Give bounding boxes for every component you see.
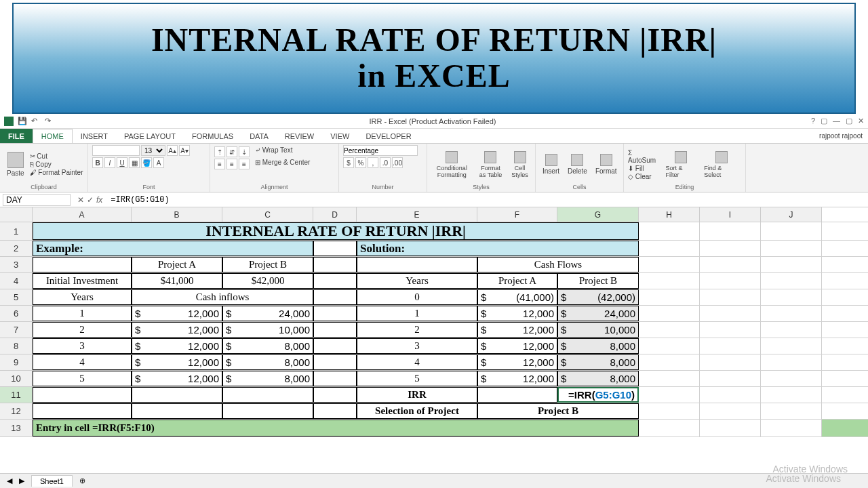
cell-B11[interactable]: [132, 387, 222, 403]
cell-cfA[interactable]: $12,000: [477, 322, 557, 338]
cell-I2[interactable]: [700, 241, 761, 256]
cell-G5[interactable]: $(42,000): [557, 289, 639, 305]
formula-input[interactable]: =IRR(G5:G10): [106, 195, 868, 205]
cell-J12[interactable]: [761, 403, 822, 419]
cell-title[interactable]: INTERNEAL RATE OF RETURN |IRR|: [33, 222, 639, 240]
help-icon[interactable]: ?: [811, 117, 815, 125]
cell-blank[interactable]: [700, 354, 761, 370]
cell-cfA[interactable]: $12,000: [477, 371, 557, 386]
cell-example[interactable]: Example:: [33, 241, 313, 256]
cell-inflowB[interactable]: $8,000: [222, 338, 313, 354]
cell-J13[interactable]: [761, 420, 822, 436]
cell-A12[interactable]: [33, 403, 132, 419]
cell-J1[interactable]: [761, 222, 822, 240]
tab-review[interactable]: REVIEW: [277, 129, 322, 143]
row-2[interactable]: 2: [0, 241, 33, 257]
cell-H13[interactable]: [639, 420, 700, 436]
row-9[interactable]: 9: [0, 354, 33, 371]
cell-inflowA[interactable]: $12,000: [132, 354, 222, 370]
cell-B4[interactable]: $41,000: [132, 273, 222, 289]
row-10[interactable]: 10: [0, 371, 33, 387]
user-badge[interactable]: rajpoot rajpoot: [814, 132, 868, 140]
col-F[interactable]: F: [477, 207, 557, 222]
cell-H3[interactable]: [639, 257, 700, 272]
cell-styles-button[interactable]: Cell Styles: [509, 150, 531, 180]
cell-I5[interactable]: [700, 289, 761, 305]
cell-year-r[interactable]: 3: [357, 338, 477, 354]
cell-H1[interactable]: [639, 222, 700, 240]
cell-H2[interactable]: [639, 241, 700, 256]
cell-blank[interactable]: [700, 322, 761, 338]
cell-blank[interactable]: [700, 371, 761, 386]
col-A[interactable]: A: [33, 207, 132, 222]
fx-icon[interactable]: fx: [96, 195, 102, 205]
cell-solution[interactable]: Solution:: [357, 241, 639, 256]
col-H[interactable]: H: [639, 207, 700, 222]
select-all-corner[interactable]: [0, 207, 33, 222]
cell-gap[interactable]: [313, 354, 357, 370]
cell-gap[interactable]: [313, 306, 357, 321]
row-8[interactable]: 8: [0, 338, 33, 354]
cell-J2[interactable]: [761, 241, 822, 256]
underline-button[interactable]: U: [117, 157, 127, 168]
cell-FG12[interactable]: Project B: [477, 403, 639, 419]
cell-blank[interactable]: [761, 322, 822, 338]
cell-H5[interactable]: [639, 289, 700, 305]
tab-formulas[interactable]: FORMULAS: [184, 129, 241, 143]
cell-I1[interactable]: [700, 222, 761, 240]
align-bottom-icon[interactable]: ⇣: [239, 146, 250, 157]
tab-page-layout[interactable]: PAGE LAYOUT: [116, 129, 184, 143]
format-as-table-button[interactable]: Format as Table: [475, 150, 507, 180]
tab-data[interactable]: DATA: [241, 129, 277, 143]
cell-blank[interactable]: [761, 371, 822, 386]
tab-home[interactable]: HOME: [33, 129, 73, 143]
row-13[interactable]: 13: [0, 420, 33, 437]
row-11[interactable]: 11: [0, 387, 33, 403]
next-sheet-icon[interactable]: ▶: [19, 476, 24, 485]
cells-area[interactable]: INTERNEAL RATE OF RETURN |IRR| Example: …: [33, 222, 868, 437]
cell-D2[interactable]: [313, 241, 357, 256]
redo-icon[interactable]: ↷: [45, 117, 54, 126]
cell-inflowB[interactable]: $8,000: [222, 371, 313, 386]
row-4[interactable]: 4: [0, 273, 33, 289]
cell-F4[interactable]: Project A: [477, 273, 557, 289]
prev-sheet-icon[interactable]: ◀: [7, 476, 12, 485]
bold-button[interactable]: B: [92, 157, 103, 168]
cell-blank[interactable]: [639, 322, 700, 338]
cell-gap[interactable]: [313, 338, 357, 354]
col-E[interactable]: E: [357, 207, 477, 222]
align-right-icon[interactable]: ≡: [239, 159, 250, 169]
cut-button[interactable]: ✂ Cut: [30, 152, 83, 160]
cell-cfB[interactable]: $10,000: [557, 322, 639, 338]
cell-inflowA[interactable]: $12,000: [132, 306, 222, 321]
find-select-button[interactable]: Find & Select: [701, 150, 741, 180]
cell-gap[interactable]: [313, 371, 357, 386]
cell-blank[interactable]: [639, 306, 700, 321]
cell-blank[interactable]: [700, 338, 761, 354]
row-3[interactable]: 3: [0, 257, 33, 273]
cell-H12[interactable]: [639, 403, 700, 419]
cell-cfB[interactable]: $8,000: [557, 338, 639, 354]
cell-year[interactable]: 2: [33, 322, 132, 338]
delete-button[interactable]: Delete: [565, 152, 590, 176]
comma-icon[interactable]: ,: [368, 157, 378, 168]
cell-year[interactable]: 3: [33, 338, 132, 354]
cell-H11[interactable]: [639, 387, 700, 403]
cell-year-r[interactable]: 5: [357, 371, 477, 386]
enter-formula-icon[interactable]: ✓: [87, 195, 94, 205]
font-color-button[interactable]: A: [153, 157, 164, 168]
cell-I13[interactable]: [700, 420, 761, 436]
col-J[interactable]: J: [761, 207, 822, 222]
cell-C3[interactable]: Project B: [222, 257, 313, 272]
merge-center-button[interactable]: ⊞ Merge & Center: [255, 159, 310, 169]
row-1[interactable]: 1: [0, 222, 33, 241]
autosum-button[interactable]: Σ AutoSum: [628, 149, 660, 164]
cell-gap[interactable]: [313, 322, 357, 338]
row-7[interactable]: 7: [0, 322, 33, 338]
name-box[interactable]: DAY: [3, 194, 71, 206]
cell-E3[interactable]: [357, 257, 477, 272]
minimize-icon[interactable]: —: [833, 117, 840, 125]
maximize-icon[interactable]: ▢: [846, 117, 852, 125]
cell-B3[interactable]: Project A: [132, 257, 222, 272]
cell-A5[interactable]: Years: [33, 289, 132, 305]
